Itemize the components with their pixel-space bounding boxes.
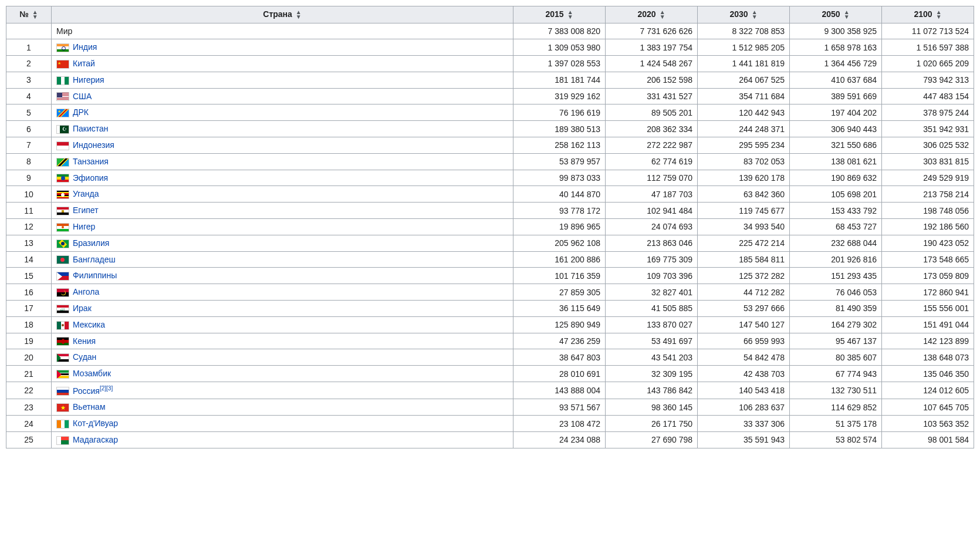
country-link[interactable]: Индия [73,42,97,52]
value-cell: 1 383 197 754 [606,39,698,56]
world-row: Мир 7 383 008 820 7 731 626 626 8 322 70… [6,23,974,39]
table-row: 8Танзания53 879 95762 774 61983 702 0531… [6,153,974,170]
country-link[interactable]: Мадагаскар [73,435,118,444]
table-row: 2Китай1 397 028 5531 424 548 2671 441 18… [6,56,974,72]
country-link[interactable]: Бразилия [73,238,109,248]
row-number: 17 [6,301,52,317]
reference-link[interactable]: [2][3] [100,385,113,392]
country-cell: Филиппины [52,268,513,284]
value-cell: 32 827 401 [606,284,698,301]
country-cell: Уганда [52,186,513,203]
row-number: 1 [6,39,52,56]
value-cell: 120 442 943 [698,104,790,121]
country-link[interactable]: Эфиопия [73,173,108,183]
value-cell: 98 001 584 [882,432,974,448]
value-cell: 135 046 350 [882,366,974,382]
country-cell: Пакистан [52,121,513,137]
table-row: 1Индия1 309 053 9801 383 197 7541 512 98… [6,39,974,56]
country-cell: Нигер [52,219,513,235]
value-cell: 54 842 478 [698,349,790,366]
country-link[interactable]: Ирак [73,303,92,313]
country-cell: Вьетнам [52,399,513,416]
country-link[interactable]: Китай [73,59,95,68]
row-number: 8 [6,153,52,170]
country-link[interactable]: Ангола [73,287,99,296]
value-cell: 81 490 359 [790,301,882,317]
country-link[interactable]: Египет [73,205,99,215]
header-country[interactable]: Страна [52,6,513,23]
bangladesh-flag-icon [56,255,69,264]
value-cell: 19 896 965 [513,219,606,235]
country-link[interactable]: Судан [73,352,96,362]
country-link[interactable]: Индонезия [73,140,114,150]
country-link[interactable]: Вьетнам [73,402,106,411]
value-cell: 249 529 919 [882,170,974,186]
country-link[interactable]: Россия [73,386,100,396]
country-link[interactable]: Мозамбик [73,369,111,378]
value-cell: 151 293 435 [790,268,882,284]
country-link[interactable]: Мексика [73,320,105,329]
value-cell: 1 658 978 163 [790,39,882,56]
table-row: 3Нигерия181 181 744206 152 598264 067 52… [6,72,974,88]
country-link[interactable]: Кения [73,336,96,346]
world-num [6,23,52,39]
value-cell: 225 472 214 [698,235,790,251]
table-row: 18Мексика125 890 949133 870 027147 540 1… [6,316,974,333]
usa-flag-icon [56,92,69,101]
value-cell: 47 236 259 [513,333,606,349]
country-cell: ДРК [52,104,513,121]
row-number: 16 [6,284,52,301]
sort-icon [296,9,302,20]
row-number: 15 [6,268,52,284]
table-row: 22Россия[2][3]143 888 004143 786 842140 … [6,382,974,399]
row-number: 14 [6,251,52,268]
world-2030: 8 322 708 853 [698,23,790,39]
header-2015[interactable]: 2015 [513,6,606,23]
kenya-flag-icon [56,337,69,346]
country-link[interactable]: Пакистан [73,124,109,133]
header-2100[interactable]: 2100 [882,6,974,23]
table-row: 14Бангладеш161 200 886169 775 309185 584… [6,251,974,268]
value-cell: 124 012 605 [882,382,974,399]
value-cell: 161 200 886 [513,251,606,268]
value-cell: 244 248 371 [698,121,790,137]
table-row: 24Кот-д'Ивуар23 108 47226 171 75033 337 … [6,416,974,432]
value-cell: 43 541 203 [606,349,698,366]
brazil-flag-icon [56,239,69,248]
country-link[interactable]: ДРК [73,107,89,117]
value-cell: 95 467 137 [790,333,882,349]
header-num-label: № [19,9,29,19]
header-num[interactable]: № [6,6,52,23]
country-link[interactable]: Филиппины [73,271,117,280]
value-cell: 1 020 665 209 [882,56,974,72]
header-2020[interactable]: 2020 [606,6,698,23]
country-cell: Кот-д'Ивуар [52,416,513,432]
country-cell: Мексика [52,316,513,333]
country-cell: Индонезия [52,137,513,154]
value-cell: 112 759 070 [606,170,698,186]
country-link[interactable]: Кот-д'Ивуар [73,419,118,428]
table-row: 23Вьетнам93 571 56798 360 145106 283 637… [6,399,974,416]
value-cell: 23 108 472 [513,416,606,432]
country-cell: Ирак [52,301,513,317]
country-link[interactable]: США [73,92,92,101]
value-cell: 189 380 513 [513,121,606,137]
header-2050[interactable]: 2050 [790,6,882,23]
country-link[interactable]: Уганда [73,189,99,198]
country-link[interactable]: Танзания [73,157,109,166]
value-cell: 40 144 870 [513,186,606,203]
value-cell: 164 279 302 [790,316,882,333]
country-cell: Египет [52,203,513,219]
value-cell: 99 873 033 [513,170,606,186]
header-2030[interactable]: 2030 [698,6,790,23]
value-cell: 42 438 703 [698,366,790,382]
country-link[interactable]: Нигерия [73,75,104,85]
value-cell: 306 940 443 [790,121,882,137]
value-cell: 321 550 686 [790,137,882,154]
header-2030-label: 2030 [729,9,748,19]
country-link[interactable]: Бангладеш [73,255,116,264]
country-cell: Нигерия [52,72,513,88]
value-cell: 33 337 306 [698,416,790,432]
country-link[interactable]: Нигер [73,222,95,231]
value-cell: 351 942 931 [882,121,974,137]
